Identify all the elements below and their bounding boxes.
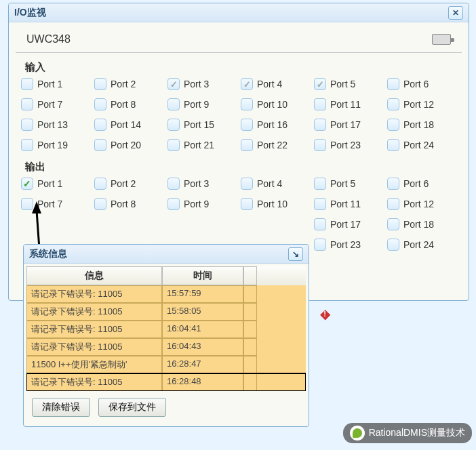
- output-port-label: Port 8: [111, 199, 136, 209]
- output-port-label: Port 11: [330, 199, 361, 209]
- output-port-checkbox[interactable]: ✓: [21, 178, 33, 190]
- input-port-checkbox[interactable]: [241, 98, 253, 110]
- output-port-11: Port 11: [313, 197, 384, 211]
- input-port-checkbox[interactable]: [94, 98, 106, 110]
- save-to-file-button[interactable]: 保存到文件: [98, 398, 166, 417]
- table-row[interactable]: 请记录下错误号: 1100515:57:59: [26, 285, 306, 303]
- close-button[interactable]: ✕: [448, 6, 463, 20]
- input-port-7: Port 7: [20, 97, 92, 112]
- input-port-8: Port 8: [93, 97, 165, 112]
- input-port-checkbox[interactable]: [314, 119, 326, 131]
- input-port-label: Port 8: [111, 99, 136, 110]
- input-port-label: Port 9: [184, 99, 209, 110]
- input-port-4: ✓Port 4: [239, 77, 311, 91]
- output-section-label: 输出: [25, 161, 469, 173]
- output-port-7: Port 7: [20, 197, 92, 211]
- input-port-checkbox[interactable]: [241, 139, 253, 151]
- input-port-checkbox[interactable]: [167, 119, 180, 131]
- input-port-checkbox[interactable]: [94, 78, 106, 90]
- input-port-checkbox[interactable]: [94, 119, 106, 131]
- output-port-checkbox[interactable]: [167, 198, 180, 210]
- output-port-label: Port 24: [403, 239, 434, 250]
- input-port-21: Port 21: [166, 138, 238, 152]
- input-port-checkbox[interactable]: [314, 98, 326, 110]
- output-port-checkbox[interactable]: [314, 198, 326, 210]
- output-port-checkbox[interactable]: [94, 178, 106, 190]
- io-title-bar: I/O监视 ✕: [9, 3, 469, 22]
- wechat-badge: RationalDMIS测量技术: [343, 423, 472, 443]
- col-scroll: [243, 266, 257, 285]
- system-info-panel: 系统信息 ↘ 信息 时间 请记录下错误号: 1100515:57:59请记录下错…: [23, 244, 309, 427]
- output-port-checkbox[interactable]: [241, 178, 253, 190]
- input-port-label: Port 16: [257, 119, 287, 130]
- input-port-checkbox[interactable]: [387, 119, 399, 131]
- cell-time: 15:57:59: [162, 285, 243, 303]
- output-port-8: Port 8: [93, 197, 165, 211]
- output-port-checkbox[interactable]: [21, 198, 33, 210]
- input-port-label: Port 7: [37, 99, 62, 110]
- input-port-checkbox[interactable]: ✓: [167, 78, 180, 90]
- input-port-checkbox[interactable]: [241, 119, 253, 131]
- input-port-checkbox[interactable]: [167, 98, 180, 110]
- table-row[interactable]: 请记录下错误号: 1100516:04:41: [26, 321, 306, 338]
- output-port-2: Port 2: [93, 176, 165, 191]
- output-port-label: Port 3: [184, 178, 209, 189]
- output-port-10: Port 10: [239, 197, 311, 211]
- input-port-checkbox[interactable]: [167, 139, 180, 151]
- input-port-checkbox[interactable]: [387, 98, 399, 110]
- input-port-checkbox[interactable]: [94, 139, 106, 151]
- input-port-checkbox[interactable]: ✓: [314, 78, 326, 90]
- output-port-checkbox[interactable]: [314, 178, 326, 190]
- cell-info: 请记录下错误号: 11005: [26, 285, 162, 303]
- output-port-checkbox[interactable]: [387, 218, 399, 230]
- input-port-6: Port 6: [386, 77, 458, 91]
- col-time: 时间: [162, 266, 243, 285]
- input-port-15: Port 15: [166, 117, 238, 132]
- input-port-11: Port 11: [313, 97, 384, 112]
- output-port-checkbox[interactable]: [314, 218, 326, 230]
- input-port-label: Port 10: [257, 99, 287, 110]
- input-port-22: Port 22: [239, 138, 311, 152]
- table-row[interactable]: 请记录下错误号: 1100516:04:43: [26, 338, 306, 356]
- table-row[interactable]: 11500 I++使用'紧急制动'16:28:47: [26, 356, 306, 373]
- minimize-button[interactable]: ↘: [288, 247, 303, 261]
- output-port-checkbox[interactable]: [387, 198, 399, 210]
- wechat-text: RationalDMIS测量技术: [369, 427, 465, 439]
- input-port-checkbox[interactable]: [21, 98, 33, 110]
- input-port-checkbox[interactable]: [387, 78, 399, 90]
- output-port-checkbox[interactable]: [94, 198, 106, 210]
- input-port-label: Port 23: [330, 140, 361, 150]
- device-icon[interactable]: [432, 34, 451, 45]
- output-port-checkbox[interactable]: [167, 178, 180, 190]
- output-port-checkbox[interactable]: [387, 178, 399, 190]
- input-port-grid: Port 1Port 2✓Port 3✓Port 4✓Port 5Port 6P…: [9, 77, 469, 152]
- sys-buttons: 清除错误 保存到文件: [26, 391, 306, 424]
- table-row[interactable]: 请记录下错误号: 1100516:28:48: [26, 373, 306, 391]
- input-port-label: Port 6: [403, 79, 429, 89]
- grid-header: 信息 时间: [26, 266, 306, 285]
- warning-icon[interactable]: [316, 305, 334, 323]
- output-port-checkbox[interactable]: [314, 239, 326, 251]
- output-port-label: Port 1: [37, 178, 62, 189]
- input-port-label: Port 2: [111, 79, 136, 89]
- output-port-checkbox[interactable]: [241, 198, 253, 210]
- sys-body: 信息 时间 请记录下错误号: 1100515:57:59请记录下错误号: 110…: [24, 264, 309, 426]
- output-port-checkbox[interactable]: [387, 239, 399, 251]
- input-port-5: ✓Port 5: [313, 77, 384, 91]
- input-port-3: ✓Port 3: [166, 77, 238, 91]
- clear-errors-button[interactable]: 清除错误: [32, 398, 90, 417]
- input-port-17: Port 17: [313, 117, 384, 132]
- input-port-checkbox[interactable]: [21, 78, 33, 90]
- cell-info: 请记录下错误号: 11005: [26, 321, 162, 338]
- input-port-checkbox[interactable]: [21, 119, 33, 131]
- grid-rows[interactable]: 请记录下错误号: 1100515:57:59请记录下错误号: 1100515:5…: [26, 285, 306, 391]
- output-port-label: Port 9: [184, 199, 209, 209]
- input-port-18: Port 18: [386, 117, 458, 132]
- input-port-label: Port 22: [257, 140, 287, 150]
- input-port-checkbox[interactable]: [314, 139, 326, 151]
- input-port-checkbox[interactable]: ✓: [241, 78, 253, 90]
- input-port-checkbox[interactable]: [21, 139, 33, 151]
- table-row[interactable]: 请记录下错误号: 1100515:58:05: [26, 303, 306, 321]
- input-port-label: Port 13: [37, 119, 68, 130]
- input-port-checkbox[interactable]: [387, 139, 399, 151]
